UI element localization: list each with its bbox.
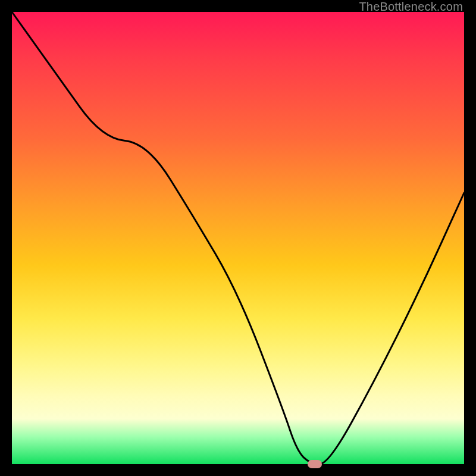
bottleneck-curve	[12, 12, 464, 464]
chart-plot-area	[12, 12, 464, 464]
chart-frame: TheBottleneck.com	[0, 0, 476, 476]
optimal-marker	[308, 460, 322, 468]
chart-svg	[12, 12, 464, 464]
